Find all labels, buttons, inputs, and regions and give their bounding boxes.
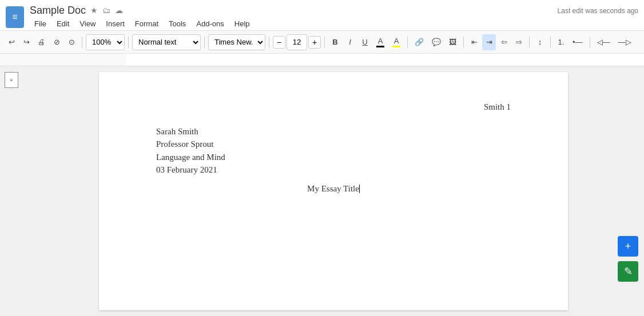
ruler-track bbox=[126, 54, 644, 66]
sidebar-document-icon: ≡ bbox=[5, 72, 18, 88]
sidebar: ≡ bbox=[0, 66, 23, 316]
folder-icon[interactable]: 🗂 bbox=[102, 6, 110, 15]
link-button[interactable]: 🔗 bbox=[411, 34, 427, 50]
print-button[interactable]: 🖨 bbox=[34, 34, 49, 50]
document-page: Smith 1 Sarah Smith Professor Sprout Lan… bbox=[99, 72, 568, 310]
comment-fab-button[interactable]: ✎ bbox=[618, 261, 638, 282]
indent-increase-button[interactable]: —▷ bbox=[615, 34, 635, 50]
menu-insert[interactable]: Insert bbox=[101, 18, 129, 30]
header-right-text: Smith 1 bbox=[484, 102, 511, 111]
font-size-decrease[interactable]: − bbox=[273, 36, 285, 49]
line-professor: Professor Sprout bbox=[156, 138, 511, 151]
divider-1 bbox=[82, 37, 82, 48]
align-right-button[interactable]: ⇦ bbox=[497, 34, 511, 50]
divider-3 bbox=[204, 37, 205, 48]
menu-file[interactable]: File bbox=[30, 18, 51, 30]
menu-format[interactable]: Format bbox=[130, 18, 163, 30]
divider-5 bbox=[324, 37, 325, 48]
numbered-list-button[interactable]: 1. bbox=[554, 34, 568, 50]
zoom-select[interactable]: 100% bbox=[86, 34, 125, 50]
comment-button[interactable]: 💬 bbox=[428, 34, 444, 50]
align-left-button[interactable]: ⇤ bbox=[467, 34, 481, 50]
menu-edit[interactable]: Edit bbox=[52, 18, 74, 30]
page-area[interactable]: Smith 1 Sarah Smith Professor Sprout Lan… bbox=[23, 66, 644, 316]
essay-title-text: My Essay Title bbox=[307, 184, 359, 193]
font-size-increase[interactable]: + bbox=[308, 36, 321, 49]
italic-button[interactable]: I bbox=[343, 34, 357, 50]
line-spacing-button[interactable]: ↕ bbox=[533, 34, 547, 50]
undo-button[interactable]: ↩ bbox=[5, 34, 18, 50]
page-body[interactable]: Sarah Smith Professor Sprout Language an… bbox=[156, 125, 511, 195]
divider-7 bbox=[463, 37, 464, 48]
divider-4 bbox=[269, 37, 269, 48]
app-icon bbox=[6, 6, 24, 28]
font-family-select[interactable]: Times New... bbox=[208, 34, 265, 50]
menu-addons[interactable]: Add-ons bbox=[192, 18, 228, 30]
star-icon[interactable]: ★ bbox=[90, 6, 98, 15]
spellcheck-button[interactable]: ⊘ bbox=[50, 34, 63, 50]
bullet-list-button[interactable]: •— bbox=[569, 34, 586, 50]
text-color-button[interactable]: A bbox=[373, 34, 388, 50]
menu-bar: File Edit View Insert Format Tools Add-o… bbox=[30, 18, 638, 30]
text-cursor bbox=[359, 185, 360, 193]
essay-title-line: My Essay Title bbox=[156, 182, 511, 195]
image-button[interactable]: 🖼 bbox=[446, 34, 460, 50]
last-edit-label: Last edit was seconds ago bbox=[558, 5, 638, 15]
highlight-color-button[interactable]: A bbox=[389, 34, 404, 50]
divider-9 bbox=[550, 37, 551, 48]
divider-8 bbox=[529, 37, 530, 48]
menu-help[interactable]: Help bbox=[230, 18, 255, 30]
title-bar: Sample Doc ★ 🗂 ☁ Last edit was seconds a… bbox=[0, 0, 644, 31]
divider-2 bbox=[128, 37, 129, 48]
ruler bbox=[0, 54, 644, 66]
doc-title[interactable]: Sample Doc bbox=[30, 5, 86, 17]
bold-button[interactable]: B bbox=[328, 34, 342, 50]
menu-view[interactable]: View bbox=[75, 18, 100, 30]
align-justify-button[interactable]: ⇨ bbox=[512, 34, 526, 50]
line-course: Language and Mind bbox=[156, 151, 511, 164]
line-author: Sarah Smith bbox=[156, 125, 511, 138]
main-area: ≡ Smith 1 Sarah Smith Professor Sprout L… bbox=[0, 66, 644, 316]
text-style-select[interactable]: Normal text bbox=[132, 34, 201, 50]
paint-format-button[interactable]: ⊙ bbox=[65, 34, 78, 50]
indent-decrease-button[interactable]: ◁— bbox=[594, 34, 614, 50]
align-center-button[interactable]: ⇥ bbox=[482, 34, 496, 50]
page-header: Smith 1 bbox=[156, 101, 511, 114]
menu-tools[interactable]: Tools bbox=[164, 18, 190, 30]
line-date: 03 February 2021 bbox=[156, 163, 511, 177]
doc-title-area: Sample Doc ★ 🗂 ☁ Last edit was seconds a… bbox=[30, 5, 638, 30]
divider-10 bbox=[590, 37, 590, 48]
divider-6 bbox=[407, 37, 408, 48]
font-size-input[interactable] bbox=[287, 34, 307, 50]
redo-button[interactable]: ↪ bbox=[19, 34, 33, 50]
cloud-icon[interactable]: ☁ bbox=[115, 6, 123, 15]
fab-area: + ✎ bbox=[618, 236, 638, 282]
underline-button[interactable]: U bbox=[358, 34, 372, 50]
toolbar: ↩ ↪ 🖨 ⊘ ⊙ 100% Normal text Times New... … bbox=[0, 31, 644, 54]
add-fab-button[interactable]: + bbox=[618, 236, 638, 257]
font-size-control: − + bbox=[273, 34, 321, 50]
